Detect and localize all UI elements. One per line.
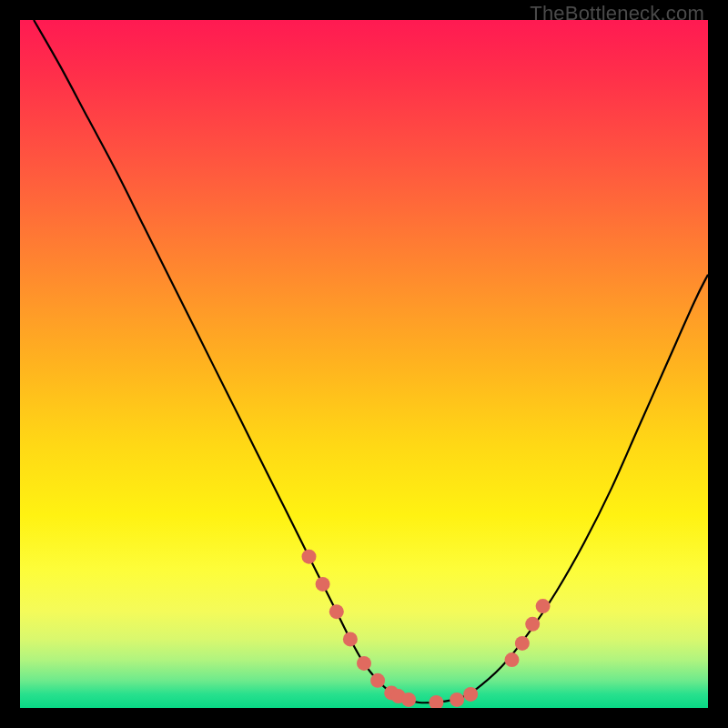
highlight-dot (302, 550, 317, 564)
highlight-dot (463, 687, 478, 702)
highlight-dot (343, 632, 358, 646)
bottleneck-curve (34, 20, 708, 703)
highlight-dot (505, 652, 520, 667)
highlight-dot (450, 693, 464, 707)
highlight-dot (329, 604, 344, 619)
highlight-dot (536, 599, 551, 613)
highlight-dot (370, 673, 385, 688)
highlight-dot (357, 656, 371, 671)
chart-stage: TheBottleneck.com (0, 0, 728, 728)
bottleneck-curve-svg (20, 20, 708, 708)
highlight-dot (525, 617, 540, 632)
highlight-markers (302, 550, 551, 708)
watermark-text: TheBottleneck.com (530, 2, 704, 25)
plot-area (20, 20, 708, 708)
highlight-dot (316, 577, 330, 592)
highlight-dot (515, 636, 530, 651)
highlight-dot (429, 695, 443, 708)
highlight-dot (401, 693, 416, 707)
